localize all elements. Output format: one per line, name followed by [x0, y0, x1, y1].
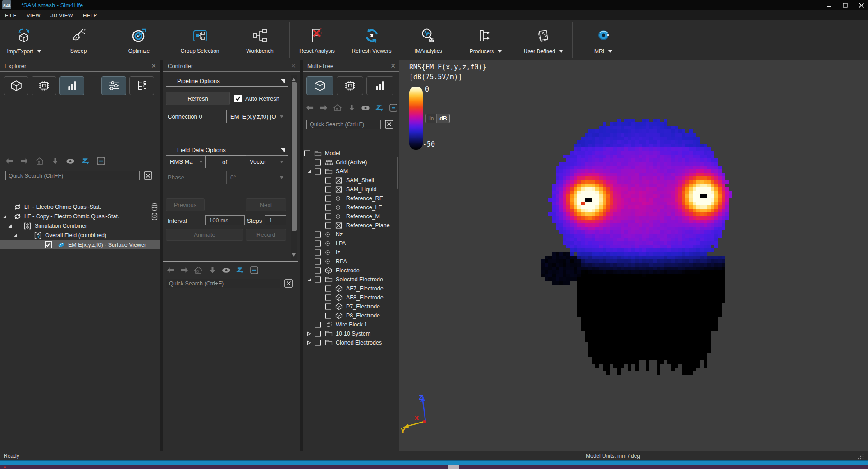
multitree-row[interactable]: Reference_Plane [303, 221, 399, 230]
menu-3d-view[interactable]: 3D VIEW [46, 13, 78, 18]
controller-search-clear-button[interactable] [283, 279, 294, 288]
connection-dropdown[interactable]: EM E(x,y,z,f0) [O [226, 110, 286, 123]
visibility-checkbox[interactable] [325, 214, 331, 220]
multitree-row[interactable]: Selected Electrode [303, 275, 399, 284]
multitree-row[interactable]: Reference_LE [303, 203, 399, 212]
nav-back-icon[interactable] [166, 266, 175, 274]
explorer-tree-row[interactable]: LF - Electro Ohmic Quasi-Stat. [0, 202, 160, 212]
pipeline-options-header[interactable]: Pipeline Options [166, 75, 288, 87]
expand-open-icon[interactable] [307, 277, 311, 282]
nav-down-icon[interactable] [50, 157, 59, 165]
home-icon[interactable] [194, 266, 203, 274]
visibility-checkbox[interactable] [325, 205, 331, 211]
filter-hier-button[interactable] [129, 76, 154, 95]
resize-grip[interactable] [858, 453, 864, 460]
toolbar-refresh-viewers[interactable]: Refresh Viewers [344, 20, 399, 60]
multitree-row[interactable]: P7_Electrode [303, 302, 399, 311]
expand-open-icon[interactable] [307, 169, 311, 174]
nav-forward-icon[interactable] [20, 157, 29, 165]
minus-box-icon[interactable] [389, 104, 398, 112]
multitree-row[interactable]: Reference_M [303, 212, 399, 221]
expand-open-icon[interactable] [2, 214, 7, 219]
multitree-row[interactable]: AF8_Electrode [303, 293, 399, 302]
controller-search-input[interactable] [166, 279, 280, 288]
z-curve-icon[interactable] [375, 104, 384, 112]
controller-close-icon[interactable]: ✕ [291, 62, 296, 69]
chevron-down-icon[interactable] [608, 50, 612, 55]
visibility-checkbox[interactable] [304, 151, 310, 156]
visibility-checkbox[interactable] [315, 232, 321, 238]
multitree-row[interactable]: Cloned Electrodes [303, 338, 399, 347]
eye-icon[interactable] [66, 157, 75, 165]
visibility-checkbox[interactable] [325, 223, 331, 229]
sam-head-field-render[interactable] [534, 115, 758, 389]
visibility-checkbox[interactable] [315, 340, 321, 346]
chevron-down-icon[interactable] [498, 50, 502, 55]
nav-down-icon[interactable] [347, 104, 356, 112]
z-curve-icon[interactable] [236, 266, 245, 274]
visibility-checkbox[interactable] [325, 295, 331, 301]
multitree-row[interactable]: SAM_Liquid [303, 185, 399, 194]
visibility-checkbox[interactable] [325, 313, 331, 319]
quantity-dropdown[interactable]: RMS Ma [166, 155, 206, 168]
visibility-checkbox[interactable] [315, 331, 321, 337]
multitree-row[interactable]: P8_Electrode [303, 311, 399, 320]
field-data-options-header[interactable]: Field Data Options [166, 144, 288, 156]
eye-icon[interactable] [222, 266, 231, 274]
filter-chart-button[interactable] [59, 76, 84, 95]
expand-open-icon[interactable] [13, 233, 18, 238]
toolbar-producers[interactable]: Producers [457, 20, 514, 60]
auto-refresh-checkbox[interactable]: Auto Refresh [234, 95, 279, 102]
multitree-row[interactable]: LPA [303, 239, 399, 248]
minus-box-icon[interactable] [96, 157, 105, 165]
menu-file[interactable]: FILE [0, 13, 22, 18]
multitree-row[interactable]: SAM [303, 167, 399, 176]
viewport-3d[interactable]: RMS{EM E(x,y,z,f0)} [dB(75.5V/m)] 0 -50 … [399, 60, 868, 451]
multitree-row[interactable]: Iz [303, 248, 399, 257]
db-scale-button[interactable]: dB [437, 114, 450, 123]
visibility-checkbox[interactable] [315, 259, 321, 265]
filter-sliders-button[interactable] [101, 76, 126, 95]
visibility-checkbox[interactable] [325, 196, 331, 202]
visibility-checkbox[interactable] [45, 241, 52, 248]
panel-splitter[interactable] [300, 60, 303, 451]
multitree-search-clear-button[interactable] [384, 120, 394, 129]
toolbar-workbench[interactable]: Workbench [230, 20, 289, 60]
controller-scrollbar[interactable] [291, 75, 297, 260]
explorer-search-clear-button[interactable] [143, 171, 153, 180]
explorer-tree-row[interactable]: LF - Copy - Electro Ohmic Quasi-Stat. [0, 212, 160, 221]
linear-scale-button[interactable]: lin [425, 114, 437, 123]
multitree-row[interactable]: Nz [303, 230, 399, 239]
visibility-checkbox[interactable] [315, 322, 321, 328]
multitree-search-input[interactable] [306, 120, 381, 129]
expand-closed-icon[interactable] [307, 340, 311, 345]
home-icon[interactable] [333, 104, 342, 112]
visibility-checkbox[interactable] [315, 250, 321, 256]
multitree-row[interactable]: Electrode [303, 266, 399, 275]
visibility-checkbox[interactable] [325, 187, 331, 193]
multitree-close-icon[interactable]: ✕ [390, 62, 396, 69]
filter-cube-button[interactable] [4, 76, 28, 95]
explorer-tree-row[interactable]: EM E(x,y,z,f0) - Surface Viewer [0, 240, 160, 249]
toolbar-optimize[interactable]: Optimize [109, 20, 169, 60]
minus-box-icon[interactable] [250, 266, 259, 274]
multitree-row[interactable]: RPA [303, 257, 399, 266]
multitree-row[interactable]: Model [303, 149, 399, 158]
toolbar-imanalytics[interactable]: IMAnalytics [399, 20, 457, 60]
filter-cube-button[interactable] [306, 76, 333, 95]
visibility-checkbox[interactable] [315, 277, 321, 283]
multitree-row[interactable]: Wire Block 1 [303, 320, 399, 329]
minimize-button[interactable] [824, 1, 834, 9]
visibility-checkbox[interactable] [315, 169, 321, 175]
toolbar-mri[interactable]: MRI [573, 20, 634, 60]
refresh-button[interactable]: Refresh [166, 92, 230, 105]
nav-back-icon[interactable] [305, 104, 314, 112]
filter-chip-button[interactable] [337, 76, 364, 95]
visibility-checkbox[interactable] [315, 160, 321, 166]
toolbar-reset-analysis[interactable]: Reset Analysis [290, 20, 344, 60]
explorer-search-input[interactable] [5, 171, 140, 180]
nav-forward-icon[interactable] [180, 266, 189, 274]
maximize-button[interactable] [840, 1, 850, 9]
toolbar-user-defined[interactable]: User Defined [514, 20, 572, 60]
chevron-down-icon[interactable] [37, 50, 41, 55]
